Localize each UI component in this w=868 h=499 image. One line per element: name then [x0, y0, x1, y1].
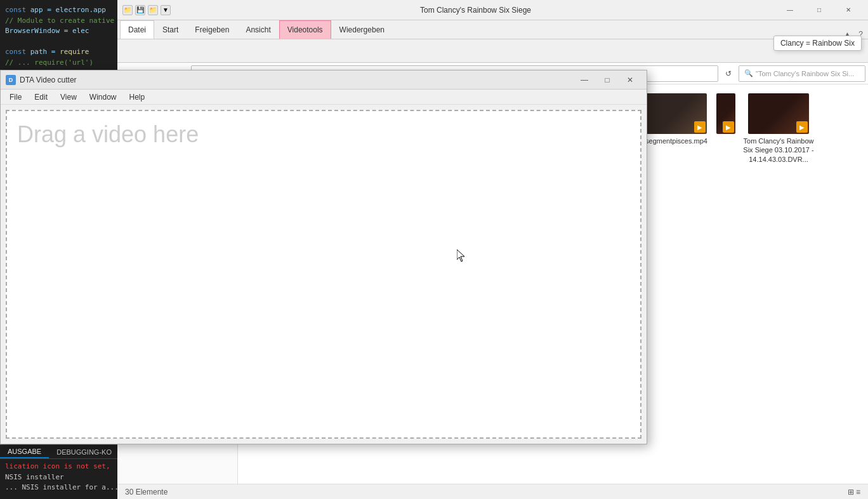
code-line-1: const app = electron.app: [5, 5, 115, 16]
debug-tab-ausgabe[interactable]: AUSGABE: [0, 445, 49, 458]
code-line-6: // ... require('url'): [5, 58, 115, 69]
status-count: 30 Elemente: [125, 488, 168, 496]
folder2-icon: 📁: [148, 5, 158, 15]
maximize-button[interactable]: □: [805, 0, 834, 20]
play-icon-segment: ▶: [694, 121, 706, 133]
menu-window[interactable]: Window: [83, 91, 123, 103]
menu-file[interactable]: File: [3, 91, 28, 103]
file-item-r6-2-partial[interactable]: ▶: [716, 90, 735, 168]
title-bar-quick-access: 📁 💾 📁 ▼: [122, 5, 171, 15]
debug-tab-debugging[interactable]: DEBUGGING-KO: [49, 445, 119, 458]
tab-datei[interactable]: Datei: [120, 20, 154, 39]
search-box[interactable]: 🔍 "Tom Clancy's Rainbow Six Si...: [739, 65, 865, 82]
file-name-r6-full: Tom Clancy's Rainbow Six Siege 03.10.201…: [743, 136, 814, 164]
code-line-5: const path = require: [5, 47, 115, 58]
code-line-4: [5, 37, 115, 48]
tab-videotools[interactable]: Videotools: [279, 20, 331, 39]
file-item-segment[interactable]: ▶ segmentpisces.mp4: [641, 90, 711, 168]
tooltip-badge: Clancy = Rainbow Six: [773, 36, 862, 51]
play-icon-r6-2-partial: ▶: [723, 121, 734, 133]
dta-title-bar: D DTA Video cutter — □ ✕: [1, 70, 647, 90]
tab-freigeben[interactable]: Freigeben: [187, 20, 237, 39]
file-thumb-r6-2-partial: ▶: [716, 93, 735, 134]
code-line-3: BrowserWindow = elec: [5, 26, 115, 37]
window-controls: — □ ✕: [775, 0, 863, 20]
dta-minimize-button[interactable]: —: [573, 72, 596, 88]
dta-close-button[interactable]: ✕: [619, 72, 641, 88]
ribbon-tabs: Datei Start Freigeben Ansicht Videotools…: [117, 20, 868, 39]
dta-title-text: DTA Video cutter: [20, 76, 569, 84]
explorer-title-bar: 📁 💾 📁 ▼ Tom Clancy's Rainbow Six Siege —…: [117, 0, 868, 20]
file-thumb-r6-full: ▶: [748, 93, 809, 134]
file-item-r6-full[interactable]: ▶ Tom Clancy's Rainbow Six Siege 03.10.2…: [740, 90, 817, 168]
tab-ansicht[interactable]: Ansicht: [237, 20, 279, 39]
menu-help[interactable]: Help: [123, 91, 152, 103]
dta-window-controls: — □ ✕: [573, 72, 641, 88]
search-text: "Tom Clancy's Rainbow Six Si...: [756, 70, 854, 77]
file-name-segment: segmentpisces.mp4: [645, 136, 707, 145]
status-bar: 30 Elemente ⊞ ≡: [117, 484, 868, 499]
tab-wiedergeben[interactable]: Wiedergeben: [331, 20, 393, 39]
file-thumb-segment: ▶: [646, 93, 707, 134]
ribbon-content: [117, 39, 868, 62]
view-icons: ⊞ ≡: [848, 488, 860, 496]
dta-menu-bar: File Edit View Window Help: [1, 90, 647, 105]
dropdown-icon[interactable]: ▼: [161, 5, 171, 15]
close-button[interactable]: ✕: [834, 0, 863, 20]
save-icon: 💾: [135, 5, 145, 15]
explorer-title: Tom Clancy's Rainbow Six Siege: [176, 6, 775, 15]
minimize-button[interactable]: —: [775, 0, 805, 20]
search-icon: 🔍: [744, 69, 753, 77]
play-icon-r6-full: ▶: [796, 121, 808, 133]
tab-start[interactable]: Start: [154, 20, 187, 39]
dta-maximize-button[interactable]: □: [596, 72, 619, 88]
dta-app-icon: D: [6, 75, 16, 85]
folder-icon: 📁: [122, 5, 133, 15]
menu-view[interactable]: View: [54, 91, 83, 103]
menu-edit[interactable]: Edit: [28, 91, 54, 103]
refresh-button[interactable]: ↺: [721, 66, 736, 81]
dta-drop-area[interactable]: Drag a video here: [6, 110, 641, 439]
dta-video-cutter-window: D DTA Video cutter — □ ✕ File Edit View …: [0, 70, 647, 444]
code-line-2: // Module to create native: [5, 16, 115, 27]
ribbon: Datei Start Freigeben Ansicht Videotools…: [117, 20, 868, 63]
dta-drop-text: Drag a video here: [7, 111, 209, 158]
